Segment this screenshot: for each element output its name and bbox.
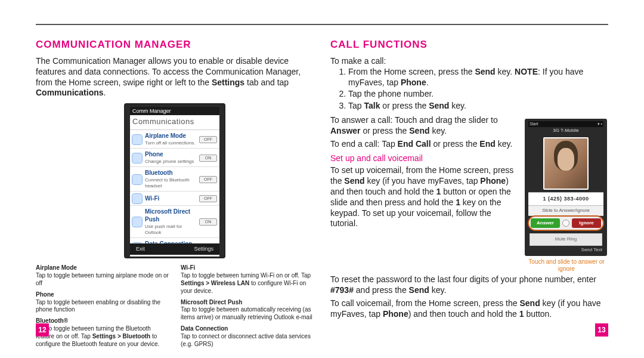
step: Tap Talk or press the Send key.	[348, 101, 608, 112]
mock-setting-row: Microsoft Direct PushUse push mail for O…	[130, 206, 219, 238]
setting-toggle: OFF	[199, 176, 217, 183]
definition-desc: Tap to toggle between turning airplane m…	[36, 272, 169, 286]
definition-term: Wi-Fi	[181, 264, 195, 271]
setting-label: Wi-Fi	[145, 195, 196, 203]
slide-instruction: Slide to Answer/Ignore	[528, 206, 603, 216]
ignore-button: Ignore	[572, 218, 601, 228]
definition: Wi-FiTap to toggle between turning Wi-Fi…	[181, 264, 314, 295]
ans-status-left: Start	[530, 121, 538, 127]
definitions-col-2: Wi-FiTap to toggle between turning Wi-Fi…	[181, 264, 314, 351]
comm-manager-screenshot: Comm Manager Communications Airplane Mod…	[124, 103, 225, 258]
setting-icon	[132, 135, 142, 144]
signal-icon: ▾ ▪	[597, 121, 602, 127]
mock-setting-row: BluetoothConnect to Bluetooth headsetOFF	[130, 167, 219, 192]
definitions-col-1: Airplane ModeTap to toggle between turni…	[36, 264, 169, 351]
setting-icon	[132, 153, 142, 163]
answer-call-figure: Start ▾ ▪ 3G T-Mobile 1 (425) 383-4000 S…	[525, 119, 608, 272]
definition: Airplane ModeTap to toggle between turni…	[36, 264, 169, 287]
setting-icon	[132, 194, 142, 203]
mock-softkeys: Exit Settings	[130, 243, 219, 255]
answer-ignore-slider: Answer Ignore	[528, 216, 603, 230]
page-number-left: 12	[36, 323, 49, 337]
mock-status-label: Comm Manager	[132, 108, 171, 114]
step: From the Home screen, press the Send key…	[348, 67, 608, 88]
setting-toggle: OFF	[199, 195, 217, 202]
definition-desc: Tap to toggle between turning Wi-Fi on o…	[181, 272, 311, 294]
answer-button: Answer	[531, 218, 560, 228]
definition-term: Data Connection	[181, 325, 228, 332]
setting-label: Phone	[145, 151, 196, 159]
setting-text: Microsoft Direct PushUse push mail for O…	[145, 208, 196, 236]
send-text-softkey: Send Text	[528, 246, 603, 253]
definition: Data ConnectionTap to connect or disconn…	[181, 325, 314, 348]
make-call-lead: To make a call:	[330, 56, 608, 67]
definition-desc: Tap to toggle between automatically rece…	[181, 306, 312, 320]
mock-softkey-left: Exit	[136, 246, 145, 253]
mock-settings-list: Airplane ModeTurn off all connections.OF…	[130, 130, 219, 257]
definition-desc: Tap to toggle between enabling or disabl…	[36, 299, 160, 313]
caller-photo	[543, 137, 589, 190]
setting-toggle: ON	[199, 155, 217, 162]
figure-caption: Touch and slide to answer or ignore	[525, 258, 608, 272]
definition-term: Phone	[36, 291, 54, 298]
setting-text: Airplane ModeTurn off all connections.	[145, 132, 196, 146]
setting-label: Airplane Mode	[145, 132, 196, 140]
setting-text: BluetoothConnect to Bluetooth headset	[145, 169, 196, 189]
setting-toggle: ON	[199, 218, 217, 226]
ans-carrier: 3G T-Mobile	[528, 127, 603, 135]
setting-sublabel: Change phone settings	[145, 159, 196, 165]
step: Tap the phone number.	[348, 89, 608, 100]
voicemail-reset: To reset the password to the last four d…	[330, 274, 608, 296]
mock-status-bar: Comm Manager	[130, 107, 219, 115]
mock-setting-row: PhoneChange phone settingsON	[130, 149, 219, 167]
section-title-right: Call Functions	[330, 38, 608, 51]
definition: Microsoft Direct PushTap to toggle betwe…	[181, 299, 314, 322]
setting-sublabel: Use push mail for Outlook	[145, 224, 196, 236]
slider-handle-icon	[562, 220, 569, 227]
setting-label: Microsoft Direct Push	[145, 208, 196, 224]
setting-icon	[132, 175, 142, 184]
definitions: Airplane ModeTap to toggle between turni…	[36, 264, 314, 351]
page-spread: Communication Manager The Communication …	[0, 25, 644, 346]
definition-desc: Tap to toggle between turning the Blueto…	[36, 325, 159, 347]
definition-desc: Tap to connect or disconnect active data…	[181, 333, 311, 347]
make-call-steps: From the Home screen, press the Send key…	[348, 67, 608, 112]
section-title-left: Communication Manager	[36, 38, 314, 51]
page-right: Call Functions To make a call: From the …	[322, 25, 608, 340]
mute-ring-button: Mute Ring	[530, 233, 602, 245]
page-left: Communication Manager The Communication …	[36, 25, 322, 340]
mock-setting-row: Airplane ModeTurn off all connections.OF…	[130, 130, 219, 149]
setting-sublabel: Turn off all connections.	[145, 140, 196, 146]
answer-call-screenshot: Start ▾ ▪ 3G T-Mobile 1 (425) 383-4000 S…	[525, 119, 607, 256]
setting-icon	[132, 217, 142, 227]
mock-screen-title: Communications	[130, 115, 219, 130]
mock-setting-row: Wi-FiOFF	[130, 192, 219, 206]
definition-term: Microsoft Direct Push	[181, 299, 242, 305]
setting-text: Wi-Fi	[145, 195, 196, 203]
setting-label: Bluetooth	[145, 169, 196, 177]
mock-softkey-right: Settings	[194, 246, 213, 253]
caller-number: 1 (425) 383-4000	[528, 192, 603, 206]
ans-status-bar: Start ▾ ▪	[528, 121, 603, 127]
definition-term: Airplane Mode	[36, 264, 77, 271]
setting-toggle: OFF	[199, 136, 217, 143]
setting-sublabel: Connect to Bluetooth headset	[145, 177, 196, 189]
intro-paragraph: The Communication Manager allows you to …	[36, 56, 314, 99]
setting-text: PhoneChange phone settings	[145, 151, 196, 165]
page-number-right: 13	[595, 323, 608, 337]
voicemail-call: To call voicemail, from the Home screen,…	[330, 298, 608, 320]
definition: Bluetooth®Tap to toggle between turning …	[36, 317, 169, 348]
definition: PhoneTap to toggle between enabling or d…	[36, 291, 169, 314]
